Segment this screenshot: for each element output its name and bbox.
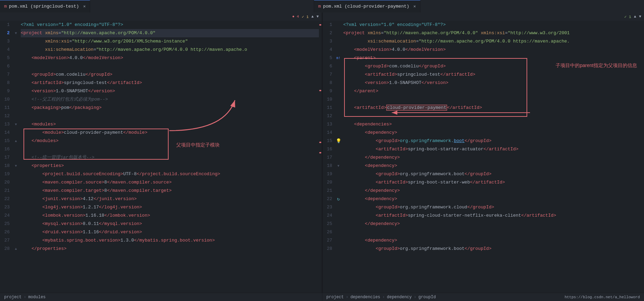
r-code-line-24: <artifactId>spring-cloud-starter-netflix… bbox=[343, 211, 642, 220]
tab-right-close[interactable]: ✕ bbox=[414, 4, 416, 9]
editor-container: m pom.xml (springcloud-test) ✕ m pom.xml… bbox=[0, 0, 644, 301]
code-line-15: </modules> bbox=[21, 137, 319, 145]
code-line-10: <!--父工程的打包方式必须为pom--> bbox=[21, 95, 319, 104]
code-line-28: </properties> bbox=[21, 245, 319, 253]
tab-left-close[interactable]: ✕ bbox=[83, 4, 86, 9]
tab-right[interactable]: m pom.xml (cloud-provider-payment) ✕ bbox=[314, 0, 420, 12]
code-line-9: <version>1.0-SNAPSHOT</version> bbox=[21, 87, 319, 95]
right-nav-down[interactable]: ▼ bbox=[639, 15, 641, 19]
r-code-line-25: </dependency> bbox=[343, 220, 642, 228]
nav-down[interactable]: ▼ bbox=[316, 15, 319, 19]
left-gutter: ▼ ▼ ▲ ▼ bbox=[12, 21, 19, 293]
left-code-area[interactable]: 1 2 3 4 5 6 7 8 9 10 11 12 13 14 15 16 1 bbox=[0, 21, 322, 293]
right-code-area[interactable]: 1 2 3 4 5 6 7 8 9 10 11 12 13 14 15 16 1 bbox=[323, 21, 644, 293]
right-breadcrumb-deps: dependencies bbox=[350, 295, 380, 300]
left-toolbar: ● 4 ✓ 1 ▲ ▼ bbox=[0, 12, 322, 21]
left-line-numbers: 1 2 3 4 5 6 7 8 9 10 11 12 13 14 15 16 1 bbox=[0, 21, 12, 293]
r-code-line-7: <artifactId>springcloud-test</artifactId… bbox=[343, 70, 642, 79]
warning-count: ✓ 1 bbox=[302, 15, 309, 19]
r-code-line-12 bbox=[343, 112, 642, 120]
right-bottom-bar: project › dependencies › dependency › gr… bbox=[322, 293, 644, 301]
right-gutter: m! 💡 ▼ ↻ bbox=[335, 21, 342, 293]
bottom-bars: project › modules project › dependencies… bbox=[0, 293, 644, 301]
left-breadcrumb-modules: modules bbox=[28, 295, 46, 300]
code-line-21: <maven.compiler.target>8</maven.compiler… bbox=[21, 187, 319, 195]
r-code-line-13: <dependencies> bbox=[343, 120, 642, 129]
r-code-line-2: <project xmlns="http://maven.apache.org/… bbox=[343, 29, 642, 37]
tab-left-label: pom.xml (springcloud-test) bbox=[9, 4, 79, 9]
footer-url: https://blog.csdn.net/a_helloword bbox=[565, 295, 640, 299]
r-code-line-28: <groupId>org.springframework.boot</group… bbox=[343, 245, 642, 253]
right-breadcrumb-dep: dependency bbox=[387, 295, 412, 300]
r-code-line-10 bbox=[343, 95, 642, 104]
r-code-line-21: </dependency> bbox=[343, 187, 642, 195]
code-line-8: <artifactId>springcloud-test</artifactId… bbox=[21, 79, 319, 87]
left-bottom-bar: project › modules bbox=[0, 293, 322, 301]
r-code-line-15: <groupId>org.springframework.boot</group… bbox=[343, 137, 642, 145]
r-code-line-11: <artifactId>cloud-provider-payment</arti… bbox=[343, 104, 642, 112]
code-line-19: <project.build.sourceEncoding>UTF-8</pro… bbox=[21, 170, 319, 178]
r-code-line-16: <artifactId>spring-boot-starter-actuator… bbox=[343, 145, 642, 153]
r-code-line-14: <dependency> bbox=[343, 129, 642, 137]
tab-right-icon: m bbox=[318, 4, 321, 9]
code-line-22: <junit.version>4.12</junit.version> bbox=[21, 195, 319, 203]
left-breadcrumb: project › modules bbox=[4, 295, 46, 300]
code-line-3: xmlns:xsi="http://www.w3.org/2001/XMLSch… bbox=[21, 37, 319, 46]
code-line-5: <modelVersion>4.0.0</modelVersion> bbox=[21, 54, 319, 62]
left-code-lines[interactable]: <?xml version="1.0" encoding="UTF-8"?> <… bbox=[19, 21, 319, 293]
code-line-25: <mysql.version>8.0.11</mysql.version> bbox=[21, 220, 319, 228]
code-line-13: <modules> bbox=[21, 120, 319, 129]
r-code-line-19: <groupId>org.springframework.boot</group… bbox=[343, 170, 642, 178]
left-breadcrumb-project: project bbox=[4, 295, 21, 300]
r-code-line-22: <dependency> bbox=[343, 195, 642, 203]
code-line-4: xsi:schemaLocation="http://maven.apache.… bbox=[21, 46, 319, 54]
code-line-23: <log4j.version>1.2.17</log4j.version> bbox=[21, 203, 319, 211]
r-code-line-5: <parent> bbox=[343, 54, 642, 62]
code-line-24: <lombok.version>1.16.18</lombok.version> bbox=[21, 211, 319, 220]
right-breadcrumb-groupid: groupId bbox=[418, 295, 436, 300]
r-code-line-27: <dependency> bbox=[343, 236, 642, 245]
r-code-line-6: <groupId>com.codeliu</groupId> bbox=[343, 62, 642, 70]
r-code-line-17: </dependency> bbox=[343, 153, 642, 162]
code-line-7: <groupId>com.codeliu</groupId> bbox=[21, 70, 319, 79]
right-editor-pane: ✓ 1 ▲ ▼ 1 2 3 4 5 6 7 8 9 10 11 bbox=[323, 12, 644, 293]
right-code-lines[interactable]: <?xml version="1.0" encoding="UTF-8"?> <… bbox=[342, 21, 642, 293]
right-scrollbar[interactable] bbox=[641, 21, 644, 293]
right-ok-count: ✓ 1 bbox=[624, 15, 631, 19]
code-line-14: <module>cloud-provider-payment</module> bbox=[21, 129, 319, 137]
tab-left[interactable]: m pom.xml (springcloud-test) ✕ bbox=[0, 0, 90, 12]
r-code-line-4: <modelVersion>4.0.0</modelVersion> bbox=[343, 46, 642, 54]
code-line-16 bbox=[21, 145, 319, 153]
r-code-line-20: <artifactId>spring-boot-starter-web</art… bbox=[343, 178, 642, 187]
code-line-18: <properties> bbox=[21, 162, 319, 170]
code-line-20: <maven.compiler.source>8</maven.compiler… bbox=[21, 178, 319, 187]
left-editor-pane: ● 4 ✓ 1 ▲ ▼ 1 2 3 4 5 6 7 8 9 10 bbox=[0, 12, 322, 293]
r-code-line-18: <dependency> bbox=[343, 162, 642, 170]
tabs-bar: m pom.xml (springcloud-test) ✕ m pom.xml… bbox=[0, 0, 644, 12]
code-line-26: <druid.version>1.1.16</druid.version> bbox=[21, 228, 319, 236]
code-line-6 bbox=[21, 62, 319, 70]
r-code-line-23: <groupId>org.springframework.cloud</grou… bbox=[343, 203, 642, 211]
code-line-17: <!--统一管理jar包版本号--> bbox=[21, 153, 319, 162]
r-code-line-1: <?xml version="1.0" encoding="UTF-8"?> bbox=[343, 21, 642, 29]
right-breadcrumb: project › dependencies › dependency › gr… bbox=[326, 295, 436, 300]
tab-right-label: pom.xml (cloud-provider-payment) bbox=[323, 4, 409, 9]
tab-left-icon: m bbox=[4, 4, 7, 9]
code-line-1: <?xml version="1.0" encoding="UTF-8"?> bbox=[21, 21, 319, 29]
code-line-11: <packaging>pom</packaging> bbox=[21, 104, 319, 112]
r-code-line-3: xsi:schemaLocation="http://maven.apache.… bbox=[343, 37, 642, 46]
nav-up[interactable]: ▲ bbox=[311, 15, 314, 19]
r-code-line-9: </parent> bbox=[343, 87, 642, 95]
code-line-27: <mybatis.spring.boot.version>1.3.0</myba… bbox=[21, 236, 319, 245]
left-scrollbar[interactable] bbox=[319, 21, 322, 293]
error-count: ● 4 bbox=[292, 15, 299, 19]
editors-split: ● 4 ✓ 1 ▲ ▼ 1 2 3 4 5 6 7 8 9 10 bbox=[0, 12, 644, 293]
r-code-line-8: <version>1.0-SNAPSHOT</version> bbox=[343, 79, 642, 87]
right-breadcrumb-project: project bbox=[326, 295, 344, 300]
right-line-numbers: 1 2 3 4 5 6 7 8 9 10 11 12 13 14 15 16 1 bbox=[323, 21, 335, 293]
code-line-12 bbox=[21, 112, 319, 120]
code-line-2: <project xmlns="http://maven.apache.org/… bbox=[21, 29, 319, 37]
r-code-line-26 bbox=[343, 228, 642, 236]
right-toolbar: ✓ 1 ▲ ▼ bbox=[323, 12, 644, 21]
right-nav-up[interactable]: ▲ bbox=[634, 15, 636, 19]
